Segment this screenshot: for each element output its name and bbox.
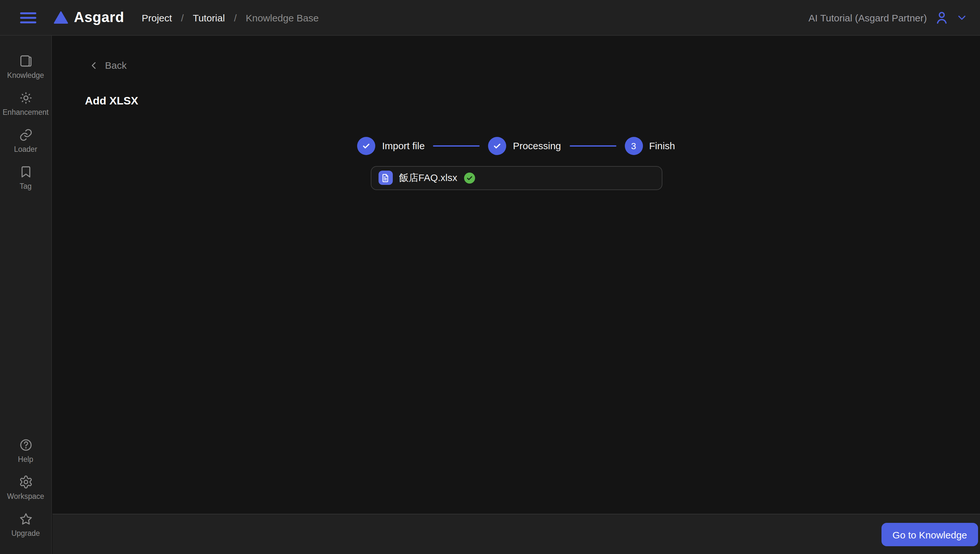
file-success-icon [464, 172, 475, 183]
step-number: 3 [631, 140, 636, 151]
sidebar-top-group: Knowledge Enhancement [0, 49, 51, 196]
breadcrumb-project[interactable]: Project [142, 12, 172, 23]
stepper: Import file Processing 3 Finish [52, 137, 980, 155]
sidebar-item-label: Enhancement [3, 109, 49, 116]
breadcrumb-separator: / [234, 12, 237, 23]
sidebar-item-enhancement[interactable]: Enhancement [0, 86, 51, 121]
sidebar-item-help[interactable]: Help [0, 433, 51, 468]
step-label: Processing [513, 140, 561, 151]
help-icon [19, 438, 33, 452]
step-connector [433, 145, 480, 146]
step-finish: 3 Finish [625, 137, 675, 155]
back-button[interactable]: Back [89, 60, 127, 71]
step-label: Finish [649, 140, 675, 151]
sun-icon [19, 91, 33, 105]
account-label: AI Tutorial (Asgard Partner) [808, 12, 927, 23]
book-icon [19, 54, 33, 68]
check-icon [362, 141, 371, 150]
sidebar-item-label: Loader [14, 145, 37, 153]
sidebar-item-workspace[interactable]: Workspace [0, 470, 51, 505]
back-label: Back [105, 60, 127, 71]
breadcrumb: Project / Tutorial / Knowledge Base [142, 12, 318, 23]
step-connector [570, 145, 616, 146]
bookmark-icon [19, 165, 33, 179]
uploaded-file-card[interactable]: 飯店FAQ.xlsx [371, 166, 662, 190]
user-icon[interactable] [934, 10, 950, 25]
footer-bar: Go to Knowledge [52, 514, 980, 554]
sidebar-item-tag[interactable]: Tag [0, 160, 51, 195]
link-icon [19, 128, 33, 142]
sidebar-item-upgrade[interactable]: Upgrade [0, 507, 51, 542]
step-check-circle [358, 137, 375, 155]
sidebar-item-label: Knowledge [7, 71, 44, 79]
sidebar-item-label: Tag [19, 182, 32, 190]
account-area: AI Tutorial (Asgard Partner) [808, 10, 967, 25]
page-title: Add XLSX [85, 94, 980, 107]
file-doc-icon [378, 171, 393, 185]
app-window: Asgard Project / Tutorial / Knowledge Ba… [0, 0, 980, 554]
step-number-circle: 3 [625, 137, 643, 155]
sidebar: Knowledge Enhancement [0, 36, 52, 554]
breadcrumb-current: Knowledge Base [246, 12, 318, 23]
step-import-file: Import file [358, 137, 425, 155]
star-icon [19, 512, 33, 526]
sidebar-item-label: Workspace [7, 492, 45, 500]
brand-name: Asgard [74, 9, 124, 26]
sidebar-item-loader[interactable]: Loader [0, 123, 51, 158]
step-processing: Processing [488, 137, 561, 155]
menu-icon[interactable] [20, 12, 36, 23]
breadcrumb-tutorial[interactable]: Tutorial [193, 12, 225, 23]
main-content: Back Add XLSX Import file Processi [52, 36, 980, 514]
sidebar-item-label: Upgrade [11, 529, 40, 537]
chevron-left-icon [89, 61, 99, 70]
gear-icon [19, 475, 33, 489]
sidebar-item-knowledge[interactable]: Knowledge [0, 49, 51, 84]
sidebar-item-label: Help [18, 455, 33, 463]
sidebar-bottom-group: Help Workspace Upgrade [0, 433, 51, 544]
top-bar: Asgard Project / Tutorial / Knowledge Ba… [0, 0, 980, 36]
step-check-circle [488, 137, 506, 155]
step-label: Import file [382, 140, 425, 151]
chevron-down-icon[interactable] [957, 12, 967, 23]
check-icon [493, 141, 502, 150]
brand-logo[interactable]: Asgard [54, 9, 124, 26]
triangle-logo-icon [54, 11, 68, 24]
go-to-knowledge-button[interactable]: Go to Knowledge [881, 523, 978, 546]
breadcrumb-separator: / [181, 12, 184, 23]
file-name: 飯店FAQ.xlsx [399, 172, 457, 184]
